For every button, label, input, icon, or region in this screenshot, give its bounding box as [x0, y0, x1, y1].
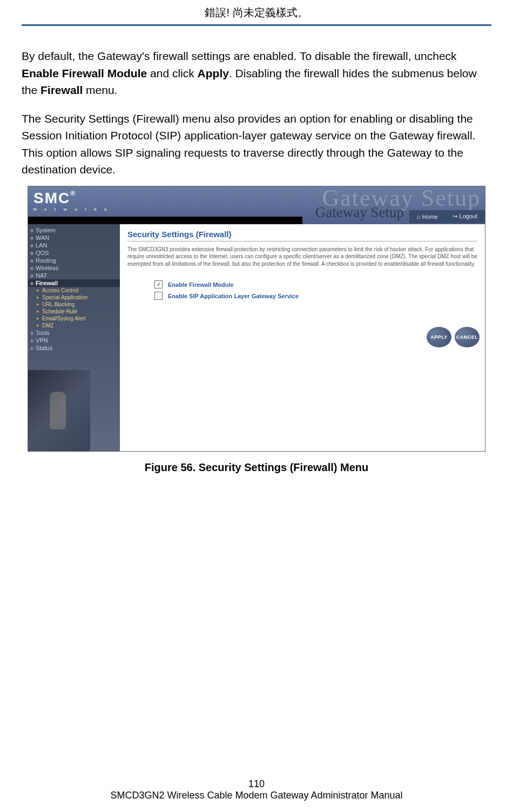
- nav-special-application[interactable]: Special Application: [28, 294, 120, 301]
- nav-wireless[interactable]: Wireless: [28, 264, 120, 272]
- brand-logo: SMC® N e t w o r k s: [33, 190, 110, 212]
- nav-vpn[interactable]: VPN: [28, 337, 120, 344]
- screenshot-container: SMC® N e t w o r k s Gateway Setup Gatew…: [28, 186, 485, 452]
- apply-button[interactable]: APPLY: [427, 327, 451, 347]
- paragraph-2: The Security Settings (Firewall) menu al…: [22, 110, 491, 178]
- sidebar-nav: System WAN LAN QOS Routing Wireless NAT …: [28, 224, 120, 451]
- registered-icon: ®: [70, 190, 76, 197]
- nav-email-syslog-alert[interactable]: Email/Syslog Alert: [28, 315, 120, 322]
- p1-text-e: menu.: [83, 84, 117, 96]
- top-link-bar: ⌂ Home ↪ Logout: [409, 210, 485, 223]
- figure-caption: Figure 56. Security Settings (Firewall) …: [22, 461, 491, 474]
- home-link-label: Home: [422, 213, 438, 220]
- nav-firewall[interactable]: Firewall: [28, 279, 120, 287]
- nav-schedule-rule[interactable]: Schedule Rule: [28, 308, 120, 315]
- header-rule: [22, 24, 491, 26]
- label-enable-sip: Enable SIP Application Layer Gateway Ser…: [168, 293, 299, 299]
- home-link[interactable]: ⌂ Home: [417, 213, 438, 220]
- manual-title: SMCD3GN2 Wireless Cable Modem Gateway Ad…: [0, 790, 513, 801]
- p1-text-c: and click: [147, 67, 197, 79]
- checkbox-enable-firewall[interactable]: ✓: [154, 280, 163, 288]
- paragraph-1: By default, the Gateway's firewall setti…: [22, 48, 491, 99]
- nav-access-control[interactable]: Access Control: [28, 287, 120, 294]
- panel-description: The SMCD3GN3 provides extensive firewall…: [127, 246, 477, 268]
- logout-link-label: Logout: [460, 213, 478, 219]
- cancel-button[interactable]: CANCEL: [455, 327, 480, 347]
- nav-dmz[interactable]: DMZ: [28, 322, 120, 329]
- page-footer: 110 SMCD3GN2 Wireless Cable Modem Gatewa…: [0, 779, 513, 801]
- nav-tools[interactable]: Tools: [28, 329, 120, 337]
- logout-link[interactable]: ↪ Logout: [453, 213, 477, 220]
- nav-url-blocking[interactable]: URL Blocking: [28, 301, 120, 308]
- nav-lan[interactable]: LAN: [28, 241, 120, 249]
- checkbox-enable-sip[interactable]: [154, 292, 163, 300]
- home-icon: ⌂: [417, 213, 422, 220]
- action-buttons: APPLY CANCEL: [427, 327, 480, 347]
- nav-qos[interactable]: QOS: [28, 249, 120, 257]
- option-enable-firewall: ✓ Enable Firewall Module: [154, 280, 477, 288]
- sidebar-image: [28, 370, 90, 451]
- label-enable-firewall: Enable Firewall Module: [168, 281, 234, 288]
- main-panel: Security Settings (Firewall) The SMCD3GN…: [120, 224, 485, 451]
- nav-routing[interactable]: Routing: [28, 257, 120, 264]
- p1-bold-apply: Apply: [198, 67, 229, 79]
- panel-title: Security Settings (Firewall): [127, 230, 477, 241]
- screenshot-header: SMC® N e t w o r k s Gateway Setup Gatew…: [28, 186, 485, 224]
- header-blackbar: [28, 217, 302, 224]
- p1-bold-firewall: Firewall: [40, 84, 83, 96]
- screenshot-body: System WAN LAN QOS Routing Wireless NAT …: [28, 224, 485, 451]
- page-number: 110: [0, 779, 513, 790]
- logout-icon: ↪: [453, 213, 459, 219]
- nav-wan[interactable]: WAN: [28, 234, 120, 241]
- gateway-setup-label: Gateway Setup: [315, 204, 404, 221]
- nav-status[interactable]: Status: [28, 344, 120, 352]
- option-enable-sip: Enable SIP Application Layer Gateway Ser…: [154, 292, 477, 300]
- brand-subtext: N e t w o r k s: [33, 207, 110, 212]
- nav-system[interactable]: System: [28, 226, 120, 234]
- brand-name: SMC: [33, 190, 70, 206]
- nav-nat[interactable]: NAT: [28, 272, 120, 279]
- header-error-text: 錯誤! 尚未定義樣式。: [22, 0, 491, 24]
- p1-text-a: By default, the Gateway's firewall setti…: [22, 50, 457, 62]
- p1-bold-enable-firewall: Enable Firewall Module: [22, 67, 147, 79]
